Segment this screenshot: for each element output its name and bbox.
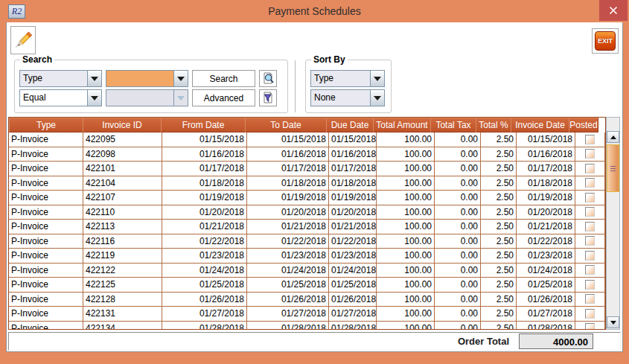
cell-invoice_date[interactable]: 01/17/2018 [517, 162, 575, 176]
cell-total_amount[interactable]: 100.00 [377, 322, 435, 331]
cell-from_date[interactable]: 01/24/2018 [162, 264, 247, 278]
cell-from_date[interactable]: 01/17/2018 [162, 162, 247, 176]
cell-total_tax[interactable]: 0.00 [435, 205, 481, 220]
cell-invoice_id[interactable]: 422113 [83, 220, 162, 234]
chevron-down-icon[interactable] [173, 71, 188, 86]
cell-from_date[interactable]: 01/16/2018 [162, 147, 247, 162]
cell-posted[interactable] [575, 264, 605, 278]
scroll-down-button[interactable] [607, 316, 619, 328]
cell-total_pct[interactable]: 2.50 [481, 249, 517, 263]
posted-checkbox[interactable] [585, 251, 595, 261]
cell-invoice_id[interactable]: 422116 [83, 234, 162, 249]
cell-invoice_date[interactable]: 01/27/2018 [517, 307, 575, 321]
vertical-scrollbar[interactable] [606, 117, 620, 330]
cell-invoice_id[interactable]: 422131 [83, 307, 162, 321]
cell-total_pct[interactable]: 2.50 [481, 132, 517, 147]
cell-posted[interactable] [575, 205, 605, 220]
cell-invoice_date[interactable]: 01/16/2018 [517, 147, 575, 162]
cell-invoice_date[interactable]: 01/21/2018 [517, 220, 575, 234]
table-row[interactable]: P-Invoice42213101/27/201801/27/201801/27… [9, 307, 605, 322]
cell-due_date[interactable]: 01/28/2018 [329, 322, 377, 331]
cell-type[interactable]: P-Invoice [9, 191, 83, 205]
posted-checkbox[interactable] [585, 178, 595, 188]
cell-total_pct[interactable]: 2.50 [481, 205, 517, 220]
exit-button[interactable]: EXIT [595, 31, 616, 51]
cell-total_amount[interactable]: 100.00 [377, 264, 435, 278]
table-row[interactable]: P-Invoice42210101/17/201801/17/201801/17… [9, 162, 605, 176]
cell-posted[interactable] [575, 234, 605, 249]
cell-total_amount[interactable]: 100.00 [377, 249, 435, 263]
search-operator-combobox[interactable]: Equal [19, 89, 102, 106]
cell-to_date[interactable]: 01/16/2018 [247, 147, 329, 162]
cell-invoice_id[interactable]: 422125 [83, 278, 162, 292]
cell-total_amount[interactable]: 100.00 [377, 234, 435, 249]
cell-type[interactable]: P-Invoice [9, 264, 83, 278]
cell-type[interactable]: P-Invoice [9, 132, 83, 147]
chevron-down-icon[interactable] [87, 90, 101, 106]
cell-total_tax[interactable]: 0.00 [435, 191, 481, 205]
cell-invoice_date[interactable]: 01/18/2018 [517, 176, 575, 191]
cell-to_date[interactable]: 01/27/2018 [247, 307, 329, 321]
cell-posted[interactable] [575, 176, 605, 191]
posted-checkbox[interactable] [585, 222, 595, 232]
search-field-combobox[interactable]: Type [19, 70, 102, 87]
table-row[interactable]: P-Invoice42210401/18/201801/18/201801/18… [9, 176, 605, 191]
advanced-filter-button[interactable] [259, 89, 277, 106]
cell-to_date[interactable]: 01/23/2018 [247, 249, 329, 263]
scrollbar-thumb[interactable] [607, 144, 619, 192]
close-button[interactable] [599, 0, 628, 21]
table-row[interactable]: P-Invoice42212801/26/201801/26/201801/26… [9, 293, 605, 307]
cell-to_date[interactable]: 01/17/2018 [247, 162, 329, 176]
sort-primary-combobox[interactable]: Type [310, 70, 385, 87]
cell-type[interactable]: P-Invoice [9, 322, 83, 331]
posted-checkbox[interactable] [585, 236, 595, 246]
chevron-down-icon[interactable] [87, 71, 101, 86]
cell-invoice_id[interactable]: 422110 [83, 205, 162, 220]
cell-to_date[interactable]: 01/20/2018 [247, 205, 329, 220]
cell-due_date[interactable]: 01/27/2018 [329, 307, 377, 321]
cell-from_date[interactable]: 01/20/2018 [162, 205, 247, 220]
cell-invoice_id[interactable]: 422104 [83, 176, 162, 191]
cell-type[interactable]: P-Invoice [9, 307, 83, 321]
cell-total_pct[interactable]: 2.50 [481, 264, 517, 278]
cell-invoice_id[interactable]: 422098 [83, 147, 162, 162]
cell-type[interactable]: P-Invoice [9, 205, 83, 220]
cell-invoice_date[interactable]: 01/26/2018 [517, 293, 575, 307]
cell-total_tax[interactable]: 0.00 [435, 249, 481, 263]
cell-type[interactable]: P-Invoice [9, 162, 83, 176]
cell-total_pct[interactable]: 2.50 [481, 307, 517, 321]
chevron-down-icon[interactable] [370, 71, 384, 86]
cell-total_tax[interactable]: 0.00 [435, 264, 481, 278]
cell-total_tax[interactable]: 0.00 [435, 234, 481, 249]
cell-from_date[interactable]: 01/19/2018 [162, 191, 247, 205]
cell-total_tax[interactable]: 0.00 [435, 147, 481, 162]
cell-total_amount[interactable]: 100.00 [377, 162, 435, 176]
cell-invoice_date[interactable]: 01/22/2018 [517, 234, 575, 249]
cell-total_pct[interactable]: 2.50 [481, 220, 517, 234]
cell-from_date[interactable]: 01/25/2018 [162, 278, 247, 292]
cell-invoice_date[interactable]: 01/23/2018 [517, 249, 575, 263]
cell-total_pct[interactable]: 2.50 [481, 293, 517, 307]
cell-due_date[interactable]: 01/17/2018 [329, 162, 377, 176]
posted-checkbox[interactable] [585, 309, 595, 319]
cell-to_date[interactable]: 01/21/2018 [247, 220, 329, 234]
cell-from_date[interactable]: 01/23/2018 [162, 249, 247, 263]
cell-total_pct[interactable]: 2.50 [481, 278, 517, 292]
cell-total_amount[interactable]: 100.00 [377, 278, 435, 292]
cell-to_date[interactable]: 01/26/2018 [247, 293, 329, 307]
search-value-combobox[interactable] [106, 70, 188, 87]
cell-total_amount[interactable]: 100.00 [377, 191, 435, 205]
posted-checkbox[interactable] [585, 193, 595, 202]
cell-from_date[interactable]: 01/27/2018 [162, 307, 247, 321]
cell-total_amount[interactable]: 100.00 [377, 205, 435, 220]
cell-total_amount[interactable]: 100.00 [377, 176, 435, 191]
cell-type[interactable]: P-Invoice [9, 234, 83, 249]
search-button[interactable]: Search [192, 70, 255, 87]
cell-invoice_id[interactable]: 422101 [83, 162, 162, 176]
cell-total_amount[interactable]: 100.00 [377, 220, 435, 234]
cell-posted[interactable] [575, 278, 605, 292]
cell-invoice_date[interactable]: 01/20/2018 [517, 205, 575, 220]
cell-total_pct[interactable]: 2.50 [481, 162, 517, 176]
cell-due_date[interactable]: 01/26/2018 [329, 293, 377, 307]
cell-total_tax[interactable]: 0.00 [435, 307, 481, 321]
